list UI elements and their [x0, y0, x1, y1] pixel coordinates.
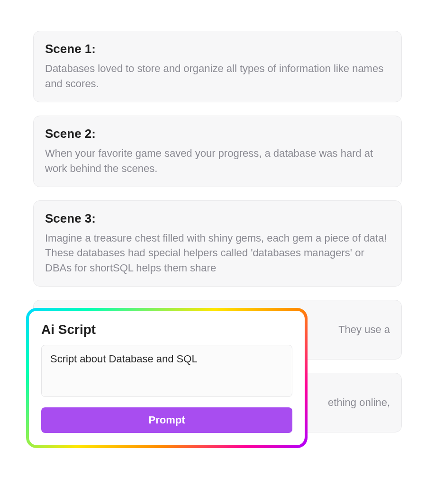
scene-title: Scene 1:: [45, 42, 390, 56]
prompt-button[interactable]: Prompt: [41, 407, 292, 433]
scene-title: Scene 2:: [45, 126, 390, 141]
ai-script-title: Ai Script: [41, 322, 292, 337]
scene-body: When your favorite game saved your progr…: [45, 146, 390, 176]
main-container: Scene 1: Databases loved to store and or…: [0, 0, 435, 504]
ai-script-panel: Ai Script Script about Database and SQL …: [29, 311, 305, 445]
scene-card-3[interactable]: Scene 3: Imagine a treasure chest filled…: [33, 200, 402, 287]
ai-script-input[interactable]: Script about Database and SQL: [41, 345, 292, 397]
scene-card-1[interactable]: Scene 1: Databases loved to store and or…: [33, 31, 402, 102]
scene-card-2[interactable]: Scene 2: When your favorite game saved y…: [33, 116, 402, 187]
ai-script-popup: Ai Script Script about Database and SQL …: [26, 308, 308, 448]
scene-body: Databases loved to store and organize al…: [45, 61, 390, 91]
scene-title: Scene 3:: [45, 211, 390, 226]
scene-body: Imagine a treasure chest filled with shi…: [45, 231, 390, 276]
